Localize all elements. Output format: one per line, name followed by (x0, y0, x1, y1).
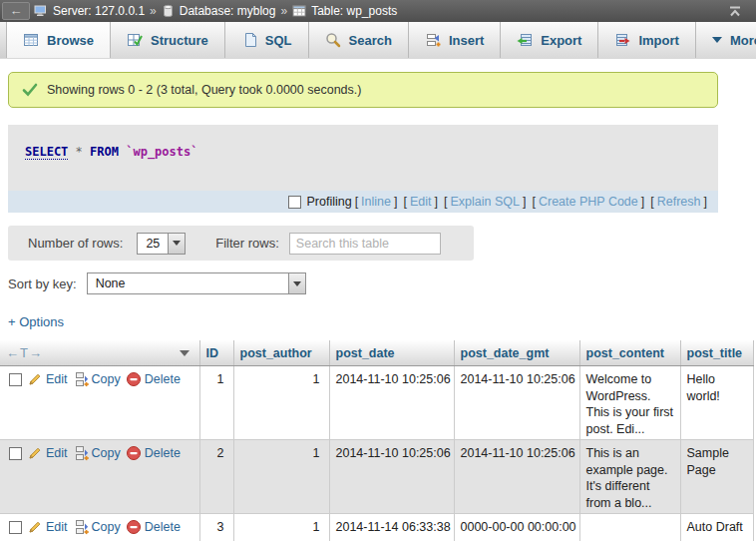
bracket: [ (355, 195, 358, 209)
cell-post-date: 2014-11-10 10:25:06 (329, 366, 454, 440)
delete-label: Delete (145, 371, 181, 388)
edit-label: Edit (46, 519, 68, 536)
edit-label: Edit (46, 445, 68, 462)
filter-rows-label: Filter rows: (215, 236, 279, 251)
explain-sql-link[interactable]: Explain SQL (450, 195, 519, 209)
success-check-icon (22, 82, 38, 98)
delete-link[interactable]: Delete (126, 445, 181, 462)
breadcrumb-table[interactable]: Table: wp_posts (292, 4, 397, 18)
profiling-label: Profiling (306, 195, 351, 209)
cell-id: 3 (199, 514, 233, 541)
back-arrow-button[interactable]: ← (2, 2, 30, 20)
tab-label: SQL (265, 33, 292, 48)
breadcrumb-server-label: Server: 127.0.0.1 (53, 4, 145, 18)
column-marker: ←T→ (6, 345, 43, 360)
header-dropdown-icon[interactable] (180, 350, 189, 356)
results-table: ←T→ ID post_author post_date post_date_g… (0, 340, 754, 541)
breadcrumb-server[interactable]: Server: 127.0.0.1 (34, 4, 145, 18)
delete-label: Delete (145, 519, 181, 536)
edit-link[interactable]: Edit (27, 445, 68, 462)
delete-link[interactable]: Delete (126, 519, 181, 536)
create-php-code-link[interactable]: Create PHP Code (539, 195, 638, 209)
col-header-post-content[interactable]: post_content (579, 340, 680, 366)
select-dropdown-button[interactable] (288, 273, 305, 293)
export-icon (517, 32, 533, 48)
tab-label: More (730, 33, 756, 48)
bracket: [ (403, 195, 406, 209)
tab-label: Browse (47, 33, 94, 48)
cell-post-title: Sample Page (680, 440, 753, 514)
edit-link[interactable]: Edit (27, 371, 68, 388)
tab-label: Search (349, 33, 392, 48)
row-checkbox[interactable] (9, 373, 22, 386)
copy-link[interactable]: Copy (73, 519, 121, 536)
copy-label: Copy (92, 519, 121, 536)
sort-by-key-label: Sort by key: (8, 276, 77, 291)
select-dropdown-button[interactable] (168, 234, 185, 254)
copy-label: Copy (92, 445, 121, 462)
sort-by-key-value: None (88, 273, 288, 293)
delete-icon (126, 445, 142, 461)
cell-post-title: Hello world! (680, 366, 753, 440)
delete-label: Delete (145, 445, 181, 462)
delete-link[interactable]: Delete (126, 371, 181, 388)
row-checkbox[interactable] (9, 521, 22, 534)
col-header-post-title[interactable]: post_title (680, 340, 753, 366)
breadcrumb-database[interactable]: Database: myblog (162, 4, 276, 18)
tab-export[interactable]: Export (501, 22, 598, 58)
chevron-down-icon (712, 37, 722, 43)
structure-icon (127, 32, 143, 48)
server-icon (34, 4, 48, 18)
tab-import[interactable]: Import (598, 22, 695, 58)
status-message-text: Showing rows 0 - 2 (3 total, Query took … (47, 83, 361, 97)
sql-query-box: SELECT * FROM `wp_posts` (8, 125, 718, 191)
import-icon (614, 32, 630, 48)
inline-link[interactable]: Inline (361, 195, 391, 209)
cell-post-date-gmt: 2014-11-10 10:25:06 (454, 366, 579, 440)
tab-sql[interactable]: SQL (225, 22, 309, 58)
breadcrumb-database-label: Database: myblog (180, 4, 276, 18)
profiling-checkbox[interactable] (288, 196, 301, 209)
chevron-down-icon (293, 281, 301, 286)
copy-icon (73, 445, 89, 461)
copy-link[interactable]: Copy (73, 371, 121, 388)
cell-post-date: 2014-11-14 06:33:38 (329, 514, 454, 541)
col-header-post-date-gmt[interactable]: post_date_gmt (454, 340, 579, 366)
col-header-post-author[interactable]: post_author (233, 340, 329, 366)
edit-sql-link[interactable]: Edit (410, 195, 432, 209)
options-toggle-link[interactable]: + Options (8, 314, 64, 329)
tab-search[interactable]: Search (309, 22, 409, 58)
delete-icon (126, 371, 142, 387)
number-of-rows-select[interactable]: 25 (137, 233, 186, 255)
sql-icon (241, 32, 257, 48)
pencil-icon (27, 519, 43, 535)
edit-label: Edit (46, 371, 68, 388)
collapse-console-icon[interactable] (728, 5, 742, 18)
column-actions-header: ←T→ (0, 340, 199, 366)
row-checkbox[interactable] (9, 447, 22, 460)
edit-link[interactable]: Edit (27, 519, 68, 536)
sql-table-reference: `wp_posts` (126, 145, 197, 159)
query-links-bar: Profiling [ Inline ] [ Edit ] [ Explain … (8, 191, 718, 213)
tab-bar: Browse Structure SQL Search Insert Expor… (0, 22, 756, 59)
sort-by-key-select[interactable]: None (87, 272, 306, 294)
tab-insert[interactable]: Insert (409, 22, 501, 58)
copy-link[interactable]: Copy (73, 445, 121, 462)
col-header-post-date[interactable]: post_date (329, 340, 454, 366)
refresh-link[interactable]: Refresh (657, 195, 701, 209)
bracket: ] (435, 195, 438, 209)
breadcrumb-table-label: Table: wp_posts (311, 4, 397, 18)
bracket: [ (650, 195, 653, 209)
cell-id: 1 (199, 366, 233, 440)
tab-browse[interactable]: Browse (6, 22, 111, 58)
col-header-id[interactable]: ID (199, 340, 233, 366)
pencil-icon (27, 371, 43, 387)
filter-rows-input[interactable] (289, 233, 441, 255)
insert-icon (425, 32, 441, 48)
status-message: Showing rows 0 - 2 (3 total, Query took … (8, 72, 718, 108)
tab-label: Insert (449, 33, 484, 48)
bracket: ] (704, 195, 707, 209)
bracket: ] (523, 195, 526, 209)
tab-more[interactable]: More (696, 22, 756, 58)
tab-structure[interactable]: Structure (111, 22, 225, 58)
